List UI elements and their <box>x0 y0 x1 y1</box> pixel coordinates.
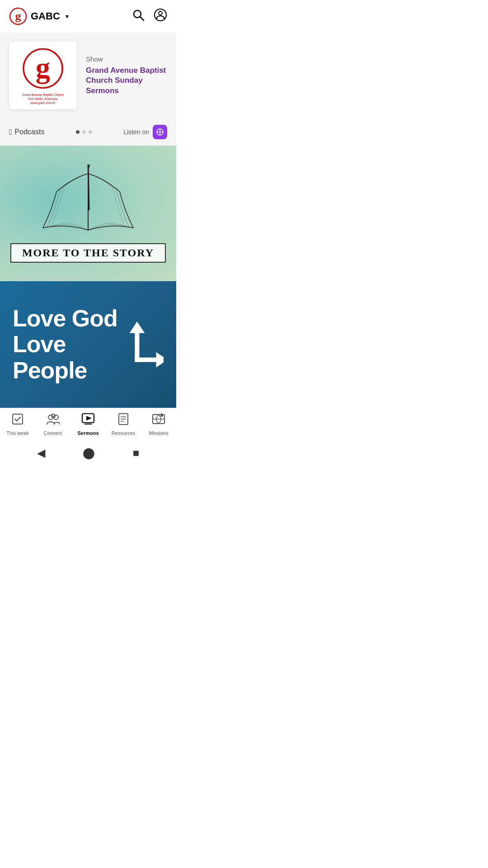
chevron-down-icon[interactable]: ▾ <box>66 13 69 20</box>
this-week-label: This week <box>6 430 29 436</box>
svg-line-3 <box>140 17 144 20</box>
missions-label: Missions <box>149 430 169 436</box>
listen-on-container[interactable]: Listen on <box>123 125 167 139</box>
back-button[interactable]: ◀ <box>37 447 45 459</box>
dot-3 <box>89 130 92 134</box>
connect-label: Connect <box>44 430 62 436</box>
banner-text: MORE TO THE STORY <box>22 247 154 259</box>
love-text-block: Love God Love People <box>13 306 126 383</box>
missions-icon <box>152 413 165 429</box>
banner-text-box: MORE TO THE STORY <box>10 243 166 263</box>
podcast-info: Show Grand Avenue Baptist Church Sunday … <box>86 55 167 95</box>
book-illustration <box>29 165 147 239</box>
header-right <box>132 8 167 24</box>
sermons-label: Sermons <box>77 430 99 436</box>
dot-2 <box>82 130 86 134</box>
svg-text:g: g <box>15 9 21 23</box>
podcasts-label: Podcasts <box>15 128 45 136</box>
nav-item-sermons[interactable]: Sermons <box>75 413 102 436</box>
svg-point-9 <box>159 131 161 133</box>
svg-marker-20 <box>156 352 164 368</box>
header-title: GABC <box>31 10 60 22</box>
nav-item-connect[interactable]: Connect <box>39 413 66 436</box>
svg-rect-21 <box>13 414 23 424</box>
nav-item-resources[interactable]: Resources <box>110 413 137 436</box>
pagination-dots <box>76 130 92 134</box>
resources-icon <box>117 413 129 429</box>
listen-on-label: Listen on <box>123 128 149 136</box>
love-line1: Love God <box>13 306 126 331</box>
system-nav: ◀ ⬤ ■ <box>0 439 176 467</box>
header-left: g GABC ▾ <box>9 7 69 25</box>
svg-point-5 <box>159 11 162 15</box>
connect-icon <box>46 413 60 429</box>
podcast-image-caption: Grand Avenue Baptist ChurchFort Smith, A… <box>22 93 64 105</box>
svg-marker-26 <box>86 416 92 420</box>
podcast-section: g Grand Avenue Baptist ChurchFort Smith,… <box>0 33 176 118</box>
this-week-icon <box>11 413 24 429</box>
podcast-image: g Grand Avenue Baptist ChurchFort Smith,… <box>9 42 77 109</box>
app-header: g GABC ▾ <box>0 0 176 33</box>
search-icon[interactable] <box>132 9 145 24</box>
home-button[interactable]: ⬤ <box>83 447 95 459</box>
love-arrow-icon <box>126 317 164 372</box>
app-logo: g <box>9 7 27 25</box>
podcast-card[interactable]: g Grand Avenue Baptist ChurchFort Smith,… <box>9 42 167 109</box>
podcast-footer:  Podcasts Listen on <box>0 118 176 146</box>
sermons-icon <box>81 413 95 429</box>
resources-label: Resources <box>112 430 136 436</box>
svg-text:g: g <box>36 52 50 84</box>
nav-item-this-week[interactable]: This week <box>4 413 31 436</box>
recents-button[interactable]: ■ <box>133 447 140 459</box>
podcasts-brand:  Podcasts <box>9 127 44 137</box>
svg-marker-18 <box>129 321 145 333</box>
dot-1 <box>76 130 80 134</box>
apple-icon:  <box>9 127 12 137</box>
podcast-title[interactable]: Grand Avenue Baptist Church Sunday Sermo… <box>86 66 167 95</box>
account-icon[interactable] <box>154 8 167 24</box>
svg-line-15 <box>88 165 89 210</box>
nav-item-missions[interactable]: Missions <box>145 413 172 436</box>
love-line2: Love People <box>13 331 126 383</box>
bottom-nav: This week Connect Sermons <box>0 408 176 439</box>
book-banner: MORE TO THE STORY <box>0 146 176 281</box>
love-banner: Love God Love People <box>0 281 176 408</box>
svg-point-34 <box>160 414 163 417</box>
podcast-show-label: Show <box>86 55 167 63</box>
podcast-app-badge <box>153 125 167 139</box>
